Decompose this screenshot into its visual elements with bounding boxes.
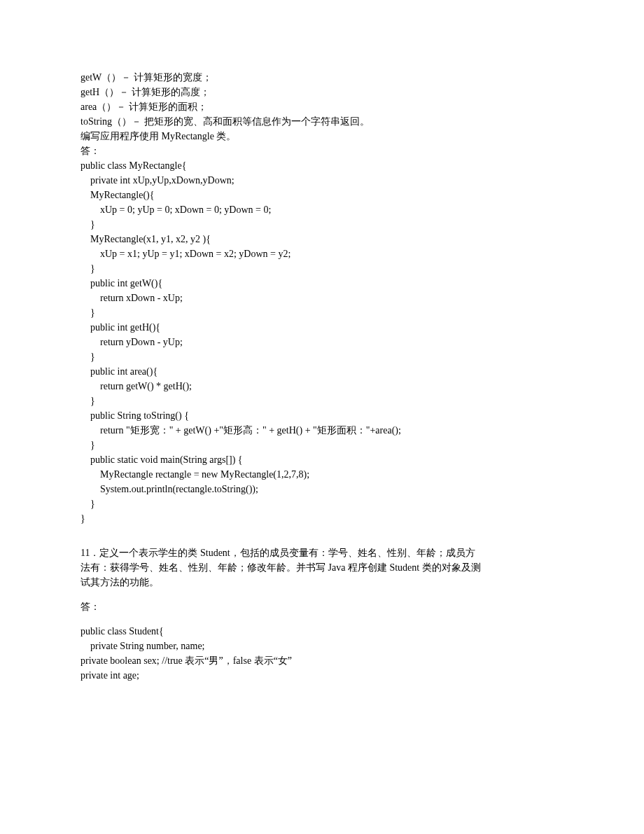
code-line: private boolean sex; //true 表示“男”，false … bbox=[80, 653, 564, 668]
code-line: } bbox=[80, 511, 564, 526]
blank-line bbox=[80, 614, 564, 624]
code-line: } bbox=[80, 349, 564, 364]
code-line: private int age; bbox=[80, 668, 564, 683]
code-line: return yDown - yUp; bbox=[80, 335, 564, 349]
intro-line: getH（）－ 计算矩形的高度； bbox=[80, 85, 564, 99]
code-line: MyRectangle(){ bbox=[80, 188, 564, 202]
code-line: private String number, name; bbox=[80, 639, 564, 653]
code-line: public class Student{ bbox=[80, 624, 564, 639]
intro-line: 编写应用程序使用 MyRectangle 类。 bbox=[80, 129, 564, 144]
code-line: } bbox=[80, 496, 564, 511]
intro-line: area（）－ 计算矩形的面积； bbox=[80, 99, 564, 114]
code-line: } bbox=[80, 438, 564, 452]
code-line: return getW() * getH(); bbox=[80, 379, 564, 394]
code-line: return "矩形宽：" + getW() +"矩形高：" + getH() … bbox=[80, 423, 564, 438]
intro-line: toString（）－ 把矩形的宽、高和面积等信息作为一个字符串返回。 bbox=[80, 114, 564, 129]
code-line: MyRectangle(x1, y1, x2, y2 ){ bbox=[80, 232, 564, 246]
blank-line bbox=[80, 526, 564, 536]
code-line: } bbox=[80, 305, 564, 320]
question-line: 11．定义一个表示学生的类 Student，包括的成员变量有：学号、姓名、性别、… bbox=[80, 545, 564, 560]
code-line: } bbox=[80, 261, 564, 276]
blank-line bbox=[80, 536, 564, 545]
code-line: xUp = x1; yUp = y1; xDown = x2; yDown = … bbox=[80, 246, 564, 261]
code-line: public int getH(){ bbox=[80, 320, 564, 335]
code-line: } bbox=[80, 217, 564, 232]
code-line: MyRectangle rectangle = new MyRectangle(… bbox=[80, 467, 564, 482]
code-line: public int getW(){ bbox=[80, 276, 564, 291]
question-line: 试其方法的功能。 bbox=[80, 575, 564, 590]
code-line: xUp = 0; yUp = 0; xDown = 0; yDown = 0; bbox=[80, 202, 564, 217]
code-line: private int xUp,yUp,xDown,yDown; bbox=[80, 173, 564, 188]
answer-label: 答： bbox=[80, 599, 564, 614]
code-line: return xDown - xUp; bbox=[80, 291, 564, 305]
code-line: System.out.println(rectangle.toString())… bbox=[80, 482, 564, 496]
intro-line: getW（）－ 计算矩形的宽度； bbox=[80, 70, 564, 85]
code-line: } bbox=[80, 394, 564, 408]
code-line: public static void main(String args[]) { bbox=[80, 452, 564, 467]
blank-line bbox=[80, 590, 564, 599]
code-line: public int area(){ bbox=[80, 364, 564, 379]
question-line: 法有：获得学号、姓名、性别、年龄；修改年龄。并书写 Java 程序创建 Stud… bbox=[80, 560, 564, 575]
code-line: public String toString() { bbox=[80, 408, 564, 423]
intro-line: 答： bbox=[80, 144, 564, 158]
code-line: public class MyRectangle{ bbox=[80, 158, 564, 173]
document-page: getW（）－ 计算矩形的宽度； getH（）－ 计算矩形的高度； area（）… bbox=[0, 0, 644, 834]
